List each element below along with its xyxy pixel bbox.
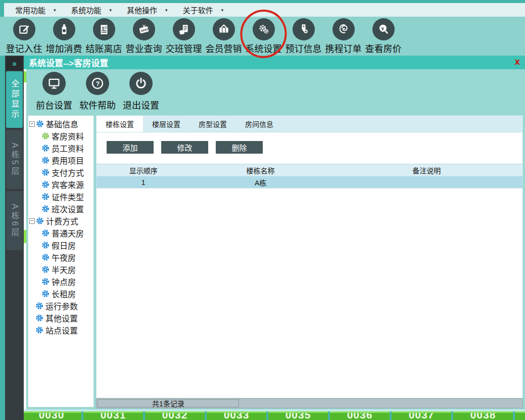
toolbar-label: 营业查询	[126, 41, 162, 55]
tree-item-label: 费用项目	[52, 154, 84, 166]
tree-item[interactable]: − 证件类型	[28, 191, 93, 203]
toolbar-button-system-settings[interactable]: 系统设置	[244, 17, 283, 56]
tree-item[interactable]: − 宾客来源	[28, 178, 93, 191]
close-icon[interactable]: x	[514, 57, 520, 66]
toolbar-button-booking-info[interactable]: 预订信息	[283, 17, 323, 56]
toolbar-button-shift-management[interactable]: 交班管理	[164, 17, 204, 56]
room-number: 0030	[39, 411, 65, 420]
tab-label: 楼层设置	[152, 119, 180, 129]
room-tile[interactable]: 0032	[145, 411, 205, 420]
toolbar-button-business-query[interactable]: OPEN 营业查询	[124, 17, 164, 56]
cell-remarks	[331, 176, 522, 188]
floor-side-panel: » 全部显示 A栋5层 A栋6层	[5, 56, 24, 420]
settings-button-label: 软件帮助	[79, 98, 116, 111]
hotel-management-screen: 0030 0031 0032 0033 0035 0036 0037 0038 …	[0, 0, 525, 420]
tree-item[interactable]: − 支付方式	[28, 166, 93, 178]
tree-item[interactable]: − 费用项目	[28, 154, 93, 166]
action-button-label: 添加	[122, 142, 137, 153]
settings-tab[interactable]: 房间信息	[236, 116, 282, 132]
tree-item[interactable]: − 客房资料	[28, 130, 93, 142]
tree-item[interactable]: − 钟点房	[28, 275, 93, 288]
gear-icon	[41, 265, 50, 273]
svg-text:¥: ¥	[381, 26, 384, 31]
tab-label: 房间信息	[245, 119, 273, 129]
svg-text:?: ?	[96, 80, 100, 87]
toolbar-label: 登记入住	[6, 41, 42, 55]
tab-content: 添加 修改 删除 显示顺序 楼栋名称 备注说明 1	[96, 132, 523, 398]
tree-item[interactable]: − 站点设置	[28, 324, 93, 336]
settings-tab[interactable]: 楼层设置	[143, 116, 189, 132]
tree-item-label: 计费方式	[46, 215, 78, 227]
action-button-label: 修改	[177, 142, 192, 153]
tree-item[interactable]: − 长租房	[28, 288, 93, 300]
action-button[interactable]: 删除	[216, 141, 263, 154]
tree-item[interactable]: − 半天房	[28, 263, 93, 275]
ctrip-dolphin-icon	[332, 18, 355, 40]
action-button[interactable]: 修改	[161, 141, 208, 154]
room-tile[interactable]: 0037	[392, 411, 451, 420]
exit-settings-button[interactable]: 退出设置	[119, 72, 163, 111]
tree-item-label: 证件类型	[52, 191, 84, 203]
tree-item[interactable]: − 计费方式	[28, 215, 93, 227]
action-button[interactable]: 添加	[107, 141, 154, 154]
tree-item[interactable]: − 其他设置	[28, 312, 93, 324]
membership-card-icon	[213, 18, 235, 40]
tree-item-label: 半天房	[52, 263, 76, 275]
settings-tab[interactable]: 房型设置	[189, 116, 236, 132]
action-button-label: 删除	[231, 142, 247, 153]
gear-icon	[41, 193, 50, 201]
floor-tab[interactable]: A栋5层	[6, 130, 23, 189]
dialog-title: 系统设置-->客房设置	[24, 56, 108, 69]
room-tile[interactable]: 0038	[453, 411, 513, 420]
room-tile[interactable]: 0	[515, 411, 525, 420]
gear-icon	[36, 120, 44, 128]
tree-item[interactable]: − 班次设置	[28, 203, 93, 215]
gears-icon	[253, 18, 275, 40]
toolbar-button-checkin[interactable]: 登记入住	[4, 17, 44, 56]
status-bar: 共1条记录	[96, 398, 523, 408]
menu-item[interactable]: 其他操作 ▾	[127, 5, 168, 15]
svg-text:$: $	[102, 26, 104, 31]
sidebar-expand-button[interactable]: »	[6, 57, 23, 70]
tree-item[interactable]: − 员工资料	[28, 142, 93, 154]
tree-item-label: 午夜房	[52, 251, 76, 263]
gear-icon	[41, 132, 50, 140]
toolbar-button-ctrip-orders[interactable]: 携程订单	[323, 17, 363, 56]
menu-item[interactable]: 系统功能 ▾	[71, 5, 112, 15]
tree-item[interactable]: − 午夜房	[28, 251, 93, 263]
tree-item[interactable]: − 普通天房	[28, 227, 93, 239]
room-tile[interactable]: 0031	[83, 411, 143, 420]
room-tile[interactable]: 0033	[207, 411, 266, 420]
toolbar-button-add-consumption[interactable]: 增加消费	[44, 17, 84, 56]
room-tile[interactable]: 0036	[330, 411, 390, 420]
floor-tab[interactable]: 全部显示	[6, 71, 23, 128]
settings-button-label: 前台设置	[36, 98, 72, 111]
menu-item-label: 关于软件	[183, 5, 213, 15]
tree-item[interactable]: − 假日房	[28, 239, 93, 251]
settings-tab[interactable]: 楼栋设置	[97, 116, 143, 132]
tree-item[interactable]: − 运行参数	[28, 300, 93, 312]
receipt-dollar-icon: $	[93, 18, 115, 40]
gear-icon	[41, 229, 50, 237]
tree-collapse-icon[interactable]: −	[29, 218, 35, 224]
toolbar-button-member-marketing[interactable]: 会员营销	[204, 17, 244, 56]
toolbar-button-view-rates[interactable]: ¥ 查看房价	[363, 17, 403, 56]
menu-bar: 常用功能 ▾ 系统功能 ▾ 其他操作 ▾ 关于软件 ▾	[4, 3, 525, 17]
front-desk-settings-button[interactable]: 前台设置	[32, 72, 76, 111]
power-icon	[129, 72, 153, 95]
tree-item[interactable]: − 基础信息	[28, 118, 93, 130]
toolbar-button-checkout[interactable]: $ 结账离店	[84, 17, 124, 56]
toolbar-label: 系统设置	[246, 41, 282, 55]
dropdown-caret-icon: ▾	[165, 8, 168, 13]
table-row[interactable]: 1 A栋	[97, 176, 522, 189]
software-help-button[interactable]: ? 软件帮助	[76, 72, 119, 111]
floor-tab[interactable]: A栋6层	[6, 191, 23, 250]
menu-item[interactable]: 关于软件 ▾	[183, 5, 224, 15]
menu-item[interactable]: 常用功能 ▾	[15, 5, 56, 15]
menu-item-label: 常用功能	[15, 5, 45, 15]
room-tile[interactable]: 0030	[22, 411, 81, 420]
room-tile[interactable]: 0035	[268, 411, 328, 420]
tree-collapse-icon[interactable]: −	[29, 121, 35, 127]
cell-display-order: 1	[97, 176, 190, 188]
room-tile-strip: 0030 0031 0032 0033 0035 0036 0037 0038 …	[22, 411, 525, 420]
